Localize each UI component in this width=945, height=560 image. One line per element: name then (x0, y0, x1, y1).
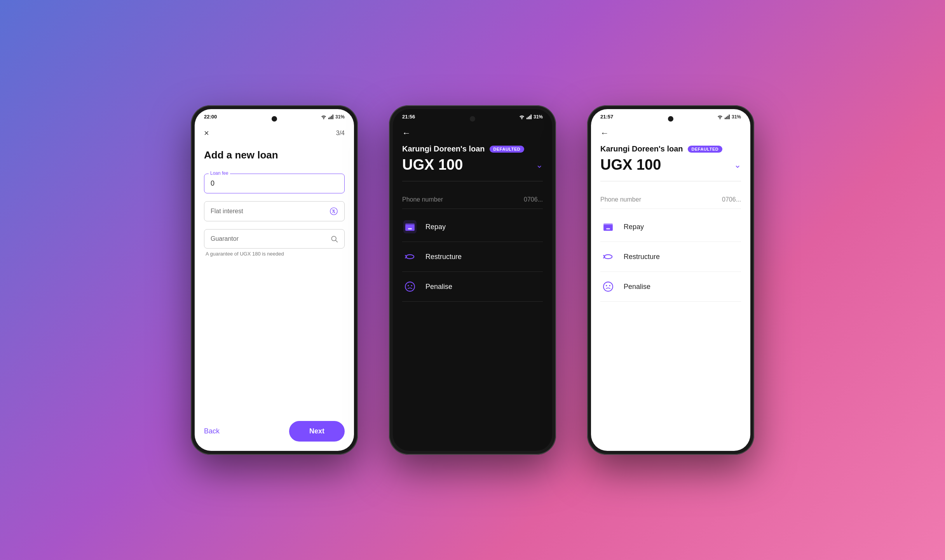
phone-number-value-2: 0706... (524, 196, 543, 203)
svg-point-0 (323, 118, 324, 119)
loan-fee-field: Loan fee (204, 174, 345, 193)
status-icons-1: 31% (321, 114, 345, 120)
restructure-action-3[interactable]: Restructure (600, 242, 741, 272)
penalise-action-3[interactable]: Penalise (600, 272, 741, 302)
search-icon-1 (330, 235, 338, 243)
battery-2: 31% (534, 114, 543, 120)
time-1: 22:00 (204, 114, 217, 120)
camera-dot-3 (668, 116, 673, 122)
phone-number-label-3: Phone number (600, 196, 641, 203)
loan-amount-row-3: UGX 100 ⌄ (600, 157, 741, 181)
restructure-label-3: Restructure (624, 253, 660, 261)
restructure-icon-3 (600, 249, 616, 264)
wifi-icon-2 (519, 115, 525, 119)
repay-label-2: Repay (425, 223, 446, 231)
next-button-1[interactable]: Next (289, 421, 345, 442)
penalise-icon-3 (600, 279, 616, 294)
svg-rect-9 (527, 118, 528, 119)
status-icons-2: 31% (519, 114, 543, 120)
status-icons-3: 31% (717, 114, 741, 120)
svg-rect-22 (726, 117, 727, 119)
svg-rect-21 (725, 118, 726, 119)
svg-rect-27 (606, 228, 610, 229)
loan-fee-input[interactable] (204, 174, 345, 193)
camera-dot-1 (272, 116, 277, 122)
guarantor-selector[interactable]: Guarantor (204, 229, 345, 249)
battery-3: 31% (732, 114, 741, 120)
svg-rect-2 (330, 117, 331, 119)
chevron-down-2[interactable]: ⌄ (536, 160, 543, 170)
phone-1-content: × 3/4 Add a new loan Loan fee Flat inter… (195, 122, 354, 451)
penalise-label-3: Penalise (624, 283, 650, 291)
signal-icon-3 (725, 115, 730, 119)
svg-point-28 (603, 282, 613, 291)
guarantor-label: Guarantor (211, 235, 239, 242)
loan-amount-row-2: UGX 100 ⌄ (402, 157, 543, 181)
penalise-label-2: Penalise (425, 283, 452, 291)
close-button-1[interactable]: × (204, 128, 209, 138)
back-button-2[interactable]: ← (402, 128, 415, 138)
wifi-icon-3 (717, 115, 723, 119)
defaulted-badge-2: DEFAULTED (490, 146, 525, 153)
phone-2-content: ← Karungi Doreen's loan DEFAULTED UGX 10… (393, 122, 552, 451)
svg-point-17 (405, 282, 415, 291)
phone-3: 21:57 31% ← Karung (587, 105, 754, 455)
loan-header-2: Karungi Doreen's loan DEFAULTED (402, 144, 543, 153)
loan-amount-2: UGX 100 (402, 157, 463, 173)
loan-name-2: Karungi Doreen's loan (402, 144, 485, 153)
svg-rect-26 (603, 224, 613, 226)
svg-rect-11 (529, 116, 530, 119)
form-footer-1: Back Next (204, 413, 345, 442)
chevron-down-3[interactable]: ⌄ (734, 160, 741, 170)
penalise-action-2[interactable]: Penalise (402, 272, 543, 302)
step-indicator-1: 3/4 (336, 130, 345, 137)
loan-name-3: Karungi Doreen's loan (600, 144, 683, 153)
svg-rect-4 (332, 115, 333, 119)
time-2: 21:56 (402, 114, 415, 120)
restructure-action-2[interactable]: Restructure (402, 242, 543, 272)
back-button-1[interactable]: Back (204, 427, 220, 435)
action-list-3: Repay Restructure (600, 212, 741, 302)
svg-point-19 (411, 285, 412, 286)
restructure-icon-2 (402, 249, 418, 264)
svg-rect-1 (328, 118, 330, 119)
wifi-icon-1 (321, 115, 327, 119)
phone-number-label-2: Phone number (402, 196, 443, 203)
phone-number-row-2: Phone number 0706... (402, 191, 543, 209)
interest-icon (330, 207, 338, 216)
guarantor-hint: A guarantee of UGX 180 is needed (204, 251, 345, 257)
phone-3-content: ← Karungi Doreen's loan DEFAULTED UGX 10… (591, 122, 750, 451)
action-list-2: Repay Restructure (402, 212, 543, 302)
defaulted-badge-3: DEFAULTED (688, 146, 723, 153)
repay-action-2[interactable]: Repay (402, 212, 543, 242)
svg-rect-3 (331, 116, 332, 119)
signal-icon-1 (328, 115, 334, 119)
repay-label-3: Repay (624, 223, 644, 231)
svg-point-29 (606, 285, 607, 286)
loan-fee-label: Loan fee (209, 170, 230, 176)
loan-amount-3: UGX 100 (600, 157, 661, 173)
svg-rect-15 (405, 224, 415, 226)
penalise-icon-2 (402, 279, 418, 294)
loan-header-3: Karungi Doreen's loan DEFAULTED (600, 144, 741, 153)
repay-icon-2 (402, 219, 418, 235)
guarantor-field: Guarantor A guarantee of UGX 180 is need… (204, 229, 345, 257)
repay-action-3[interactable]: Repay (600, 212, 741, 242)
flat-interest-field: Flat interest (204, 201, 345, 221)
restructure-label-2: Restructure (425, 253, 462, 261)
svg-rect-24 (729, 115, 730, 119)
svg-point-20 (719, 118, 720, 119)
flat-interest-label: Flat interest (211, 208, 243, 215)
back-button-3[interactable]: ← (600, 128, 613, 138)
svg-rect-23 (727, 116, 729, 119)
phone-1: 22:00 31% × 3/4 (191, 105, 358, 455)
svg-point-30 (609, 285, 610, 286)
phone-number-row-3: Phone number 0706... (600, 191, 741, 209)
repay-icon-3 (600, 219, 616, 235)
svg-rect-16 (408, 228, 412, 229)
svg-rect-10 (528, 117, 529, 119)
phone-2: 21:56 31% ← Karung (389, 105, 556, 455)
phone-number-value-3: 0706... (722, 196, 741, 203)
svg-point-8 (521, 118, 522, 119)
flat-interest-selector[interactable]: Flat interest (204, 201, 345, 221)
